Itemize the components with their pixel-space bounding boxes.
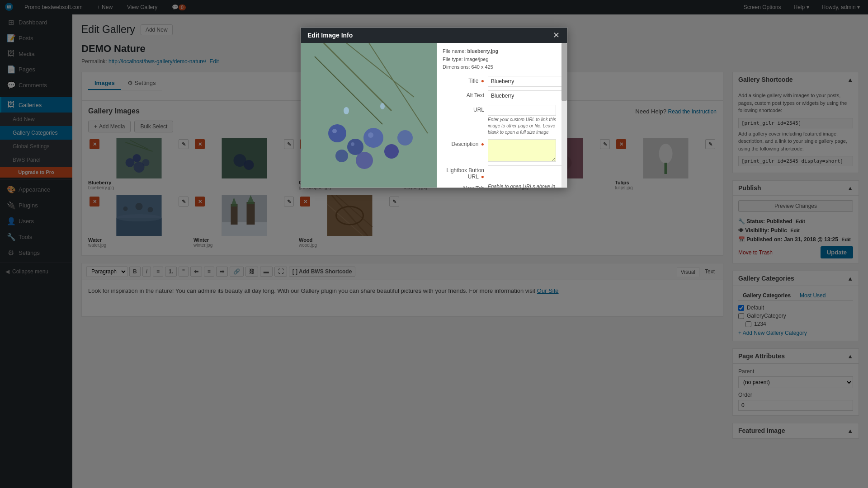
svg-point-60 [380,103,385,109]
title-input[interactable] [488,76,561,87]
svg-point-63 [368,132,373,138]
url-hint: Enter your custom URL to link this image… [488,117,556,136]
svg-point-62 [351,142,354,146]
svg-point-52 [328,124,346,142]
edit-image-modal: Edit Image Info ✕ [301,27,567,188]
alt-text-row: Alt Text [443,90,556,101]
modal-close-button[interactable]: ✕ [552,31,561,39]
url-input[interactable] [488,105,556,116]
svg-point-54 [363,128,383,148]
url-row: URL Enter your custom URL to link this i… [443,105,556,136]
modal-image [301,43,437,188]
modal-body: File name: blueberry.jpg File type: imag… [301,43,567,188]
svg-point-56 [356,152,373,169]
description-label: Description ● [443,139,488,147]
modal-info-side: File name: blueberry.jpg File type: imag… [437,43,561,188]
url-label: URL [443,105,488,113]
lightbox-required: ● [481,174,484,180]
modal-scrollbar[interactable] [561,43,567,188]
title-required: ● [481,78,484,84]
alt-text-input[interactable] [488,90,561,101]
alt-text-label: Alt Text [443,90,488,99]
file-info: File name: blueberry.jpg File type: imag… [443,47,556,71]
svg-point-61 [332,129,337,133]
description-textarea[interactable] [488,139,556,162]
svg-point-58 [397,130,413,145]
svg-point-55 [384,144,399,159]
modal-titlebar: Edit Image Info ✕ [301,28,567,43]
title-row: Title ● [443,76,556,87]
lightbox-url-input[interactable] [488,165,561,176]
title-label: Title ● [443,76,488,84]
modal-title: Edit Image Info [307,32,353,39]
desc-required: ● [481,141,484,147]
new-tab-row: New Tab Enable to open URLs above in a n… [443,183,556,188]
svg-point-57 [335,150,348,162]
description-row: Description ● [443,139,556,162]
new-tab-desc: Enable to open URLs above in a new tab. [488,183,556,188]
svg-point-59 [344,107,349,114]
lightbox-url-row: Lightbox Button URL ● [443,165,556,180]
new-tab-label: New Tab [443,183,488,188]
blueberry-preview-image [301,43,437,188]
lightbox-url-label: Lightbox Button URL ● [443,165,488,180]
modal-overlay[interactable]: Edit Image Info ✕ [0,0,868,488]
modal-scrollbar-thumb [561,43,567,101]
